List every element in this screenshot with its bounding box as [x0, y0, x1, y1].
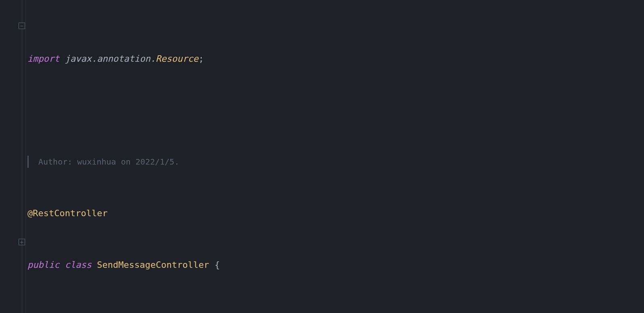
keyword-import: import [27, 51, 59, 66]
doc-comment-line[interactable]: Author: wuxinhua on 2022/1/5. [27, 151, 644, 172]
code-line-blank[interactable] [27, 100, 644, 121]
code-line[interactable]: import javax.annotation.Resource; [27, 48, 644, 69]
fold-expand-icon[interactable] [19, 239, 25, 245]
class-name: SendMessageController [97, 257, 209, 272]
doc-comment-text: Author: wuxinhua on 2022/1/5. [38, 155, 179, 169]
doc-comment-bar [27, 156, 29, 168]
fold-collapse-icon[interactable] [19, 23, 25, 29]
semicolon: ; [199, 51, 204, 66]
brace-open: { [215, 257, 220, 272]
fold-guide-line [22, 0, 22, 23]
code-line[interactable]: public class SendMessageController { [27, 254, 644, 275]
keyword-class: class [65, 257, 92, 272]
package-path: javax.annotation. [65, 51, 156, 66]
annotation-restcontroller: @RestController [27, 206, 108, 221]
keyword-public: public [27, 257, 59, 272]
fold-guide-line [22, 29, 22, 313]
code-line-blank[interactable] [27, 306, 644, 313]
editor-gutter [0, 0, 26, 313]
class-ref: Resource [156, 51, 199, 66]
code-line[interactable]: @RestController [27, 202, 644, 224]
code-editor[interactable]: import javax.annotation.Resource; Author… [27, 18, 644, 313]
